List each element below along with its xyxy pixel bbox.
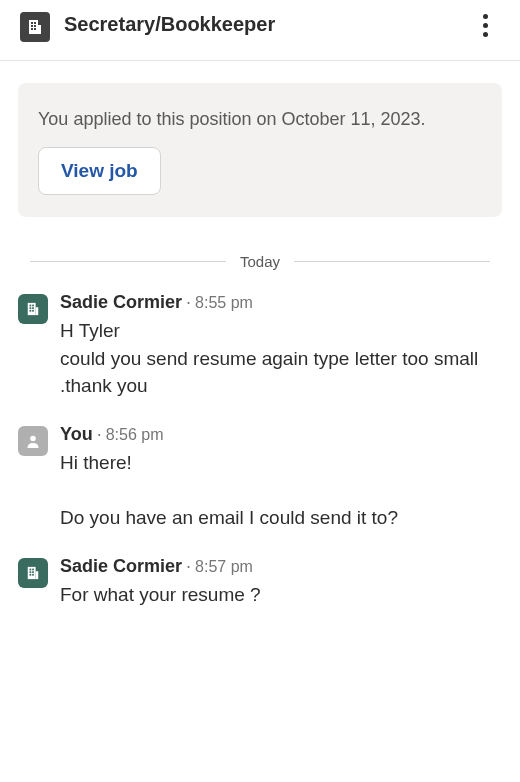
view-job-button[interactable]: View job xyxy=(38,147,161,195)
svg-rect-12 xyxy=(32,308,34,310)
message-item: You·8:56 pm Hi there! Do you have an ema… xyxy=(18,424,502,532)
building-icon xyxy=(26,302,40,316)
message-list: Sadie Cormier·8:55 pm H Tyler could you … xyxy=(0,292,520,608)
avatar xyxy=(18,294,48,324)
svg-rect-15 xyxy=(36,308,39,316)
sender-name: Sadie Cormier xyxy=(60,292,182,312)
message-body: Sadie Cormier·8:55 pm H Tyler could you … xyxy=(60,292,502,400)
svg-rect-2 xyxy=(34,22,36,24)
svg-rect-0 xyxy=(29,20,38,34)
sender-name: Sadie Cormier xyxy=(60,556,182,576)
message-time: 8:56 pm xyxy=(106,426,164,443)
svg-rect-7 xyxy=(38,25,41,34)
company-icon xyxy=(20,12,50,42)
message-text: Hi there! Do you have an email I could s… xyxy=(60,449,502,532)
sender-name: You xyxy=(60,424,93,444)
header-bar: Secretary/Bookkeeper xyxy=(0,0,520,61)
date-separator: Today xyxy=(30,253,490,270)
svg-point-16 xyxy=(30,436,36,442)
message-body: You·8:56 pm Hi there! Do you have an ema… xyxy=(60,424,502,532)
message-header: You·8:56 pm xyxy=(60,424,502,445)
svg-rect-23 xyxy=(32,573,34,575)
svg-rect-14 xyxy=(32,310,34,312)
avatar xyxy=(18,426,48,456)
date-label: Today xyxy=(226,253,294,270)
notice-text: You applied to this position on October … xyxy=(38,107,482,131)
svg-rect-13 xyxy=(30,310,32,312)
separator-line xyxy=(294,261,490,262)
message-time: 8:57 pm xyxy=(195,558,253,575)
building-icon xyxy=(26,566,40,580)
person-icon xyxy=(25,433,41,449)
svg-rect-4 xyxy=(34,25,36,27)
svg-rect-20 xyxy=(30,571,32,573)
message-header: Sadie Cormier·8:55 pm xyxy=(60,292,502,313)
svg-rect-3 xyxy=(31,25,33,27)
page-title: Secretary/Bookkeeper xyxy=(64,13,470,36)
svg-rect-18 xyxy=(30,568,32,570)
message-item: Sadie Cormier·8:57 pm For what your resu… xyxy=(18,556,502,609)
building-icon xyxy=(27,19,43,35)
message-time: 8:55 pm xyxy=(195,294,253,311)
svg-rect-9 xyxy=(30,305,32,307)
application-notice: You applied to this position on October … xyxy=(18,83,502,217)
svg-rect-19 xyxy=(32,568,34,570)
svg-rect-11 xyxy=(30,308,32,310)
svg-rect-10 xyxy=(32,305,34,307)
message-item: Sadie Cormier·8:55 pm H Tyler could you … xyxy=(18,292,502,400)
avatar xyxy=(18,558,48,588)
dots-icon xyxy=(483,14,488,19)
message-header: Sadie Cormier·8:57 pm xyxy=(60,556,502,577)
message-body: Sadie Cormier·8:57 pm For what your resu… xyxy=(60,556,502,609)
svg-rect-24 xyxy=(36,571,39,579)
svg-rect-17 xyxy=(28,566,36,578)
svg-rect-5 xyxy=(31,28,33,30)
message-text: H Tyler could you send resume again type… xyxy=(60,317,502,400)
svg-rect-6 xyxy=(34,28,36,30)
svg-rect-8 xyxy=(28,303,36,315)
message-text: For what your resume ? xyxy=(60,581,502,609)
separator-line xyxy=(30,261,226,262)
more-options-button[interactable] xyxy=(470,10,500,40)
svg-rect-22 xyxy=(30,573,32,575)
svg-rect-21 xyxy=(32,571,34,573)
svg-rect-1 xyxy=(31,22,33,24)
